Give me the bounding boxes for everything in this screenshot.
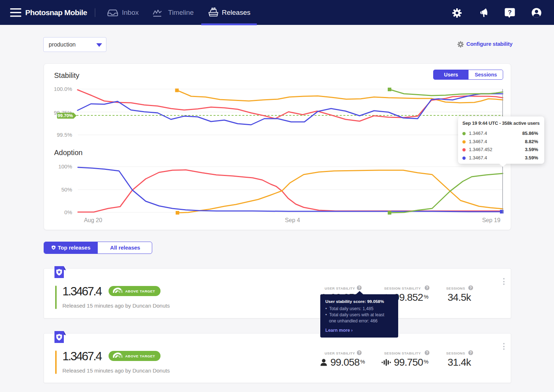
svg-text:?: ? (426, 286, 428, 290)
svg-text:?: ? (358, 351, 360, 355)
svg-text:?: ? (508, 9, 511, 16)
svg-text:?: ? (470, 286, 472, 290)
svg-text:?: ? (470, 351, 472, 355)
svg-text:?: ? (358, 286, 360, 290)
svg-text:?: ? (426, 351, 428, 355)
